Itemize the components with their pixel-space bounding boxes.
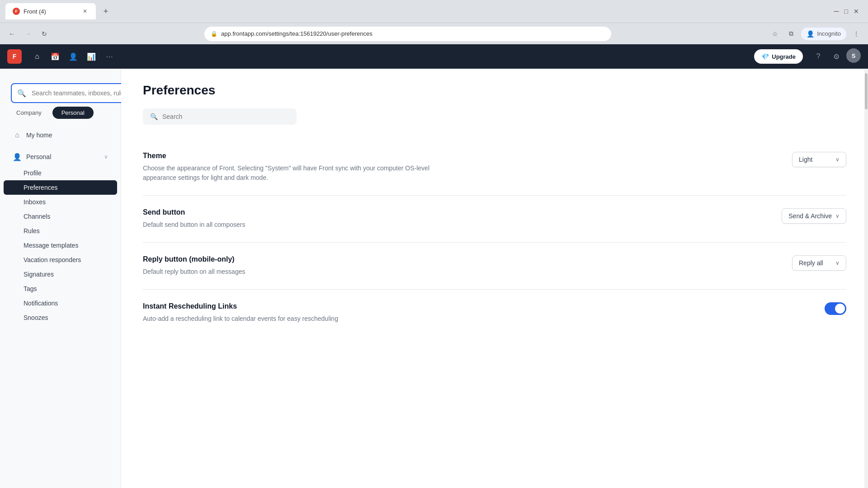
new-tab-button[interactable]: + xyxy=(99,5,112,18)
sidebar-item-profile[interactable]: Profile xyxy=(4,166,117,180)
home-icon: ⌂ xyxy=(13,131,22,140)
forward-button[interactable]: → xyxy=(22,28,34,40)
upgrade-button[interactable]: 💎 Upgrade xyxy=(754,49,803,64)
settings-sections: ThemeChoose the appearance of Front. Sel… xyxy=(143,139,846,336)
section-desc-reply-button: Default reply button on all messages xyxy=(143,267,450,277)
maximize-button[interactable]: □ xyxy=(844,8,848,15)
browser-tab[interactable]: F Front (4) ✕ xyxy=(5,3,96,19)
calendar-icon-button[interactable]: 📅 xyxy=(47,48,63,65)
url-text: app.frontapp.com/settings/tea:15619220/u… xyxy=(221,30,373,37)
toggle-knob-instant-rescheduling xyxy=(835,304,845,314)
inner-search-input[interactable] xyxy=(162,113,289,120)
lock-icon: 🔒 xyxy=(211,31,217,37)
analytics-icon-button[interactable]: 📊 xyxy=(83,48,99,65)
section-desc-theme: Choose the appearance of Front. Selectin… xyxy=(143,164,450,183)
tab-favicon: F xyxy=(13,8,20,15)
dropdown-send-button[interactable]: Send & Archive∨ xyxy=(782,208,846,224)
personal-icon: 👤 xyxy=(13,152,22,161)
upgrade-label: Upgrade xyxy=(772,53,796,60)
sidebar-sub-items: ProfilePreferencesInboxesChannelsRulesMe… xyxy=(0,166,121,325)
company-tab[interactable]: Company xyxy=(7,107,51,119)
section-reply-button: Reply button (mobile-only)Default reply … xyxy=(143,243,846,290)
sidebar-item-rules[interactable]: Rules xyxy=(4,224,117,238)
avatar[interactable]: S xyxy=(846,48,861,63)
dropdown-chevron-icon-reply-button: ∨ xyxy=(835,260,840,266)
inbox-icon-button[interactable]: ⌂ xyxy=(29,48,45,65)
section-instant-rescheduling: Instant Rescheduling LinksAuto-add a res… xyxy=(143,290,846,336)
minimize-button[interactable]: ─ xyxy=(834,7,839,15)
section-send-button: Send buttonDefault send button in all co… xyxy=(143,196,846,243)
personal-chevron-icon: ∨ xyxy=(104,154,108,160)
section-title-send-button: Send button xyxy=(143,208,450,216)
main-search-icon: 🔍 xyxy=(17,89,26,98)
more-icon-button[interactable]: ⋯ xyxy=(101,48,118,65)
help-icon-button[interactable]: ? xyxy=(810,48,826,65)
sidebar-item-notifications[interactable]: Notifications xyxy=(4,296,117,310)
personal-tab[interactable]: Personal xyxy=(52,107,94,119)
sidebar-item-message-templates[interactable]: Message templates xyxy=(4,238,117,253)
address-bar[interactable]: 🔒 app.frontapp.com/settings/tea:15619220… xyxy=(204,27,611,41)
bookmark-button[interactable]: ☆ xyxy=(769,28,781,40)
tab-title: Front (4) xyxy=(24,8,46,15)
sidebar-item-myhome[interactable]: ⌂ My home xyxy=(4,126,117,144)
dropdown-theme[interactable]: Light∨ xyxy=(792,152,846,167)
section-title-reply-button: Reply button (mobile-only) xyxy=(143,255,450,263)
refresh-button[interactable]: ↻ xyxy=(38,28,51,40)
gem-icon: 💎 xyxy=(761,53,769,60)
tab-close-button[interactable]: ✕ xyxy=(81,8,89,15)
inner-search-bar[interactable]: 🔍 xyxy=(143,108,297,125)
personal-label: Personal xyxy=(26,153,51,160)
dropdown-value-theme: Light xyxy=(799,156,812,163)
dropdown-chevron-icon-theme: ∨ xyxy=(835,156,840,163)
incognito-button[interactable]: 👤 Incognito xyxy=(801,28,846,40)
scrollbar-track[interactable] xyxy=(864,69,868,488)
scrollbar-thumb[interactable] xyxy=(865,73,868,109)
contacts-icon-button[interactable]: 👤 xyxy=(65,48,81,65)
sidebar-item-tags[interactable]: Tags xyxy=(4,282,117,296)
dropdown-value-send-button: Send & Archive xyxy=(788,212,832,220)
sidebar-item-inboxes[interactable]: Inboxes xyxy=(4,195,117,209)
tab-switcher: Company Personal xyxy=(0,107,121,126)
sidebar-item-preferences[interactable]: Preferences xyxy=(4,180,117,195)
sidebar-item-snoozes[interactable]: Snoozes xyxy=(4,310,117,325)
sidebar: 🔍 Company Personal ⌂ My home 👤 Personal … xyxy=(0,69,121,488)
sidebar-item-channels[interactable]: Channels xyxy=(4,209,117,224)
close-window-button[interactable]: ✕ xyxy=(854,8,859,15)
sidebar-item-signatures[interactable]: Signatures xyxy=(4,267,117,282)
myhome-label: My home xyxy=(26,131,52,139)
dropdown-reply-button[interactable]: Reply all∨ xyxy=(792,255,846,271)
section-desc-instant-rescheduling: Auto-add a rescheduling link to calendar… xyxy=(143,314,450,324)
page-title: Preferences xyxy=(143,83,846,98)
toggle-instant-rescheduling[interactable] xyxy=(825,302,846,315)
dropdown-value-reply-button: Reply all xyxy=(799,259,823,267)
app-logo: F xyxy=(7,49,22,64)
main-content: Preferences 🔍 ThemeChoose the appearance… xyxy=(121,69,868,488)
section-desc-send-button: Default send button in all composers xyxy=(143,220,450,230)
section-title-theme: Theme xyxy=(143,152,450,160)
inner-search-icon: 🔍 xyxy=(150,113,158,120)
menu-button[interactable]: ⋮ xyxy=(850,28,863,40)
section-theme: ThemeChoose the appearance of Front. Sel… xyxy=(143,139,846,196)
sidebar-item-personal[interactable]: 👤 Personal ∨ xyxy=(4,148,117,166)
extension-button[interactable]: ⧉ xyxy=(785,28,797,40)
sidebar-item-vacation-responders[interactable]: Vacation responders xyxy=(4,253,117,267)
back-button[interactable]: ← xyxy=(5,28,18,40)
section-title-instant-rescheduling: Instant Rescheduling Links xyxy=(143,302,450,310)
main-search-area: 🔍 xyxy=(0,76,121,107)
settings-icon-button[interactable]: ⚙ xyxy=(828,48,844,65)
dropdown-chevron-icon-send-button: ∨ xyxy=(835,213,840,219)
